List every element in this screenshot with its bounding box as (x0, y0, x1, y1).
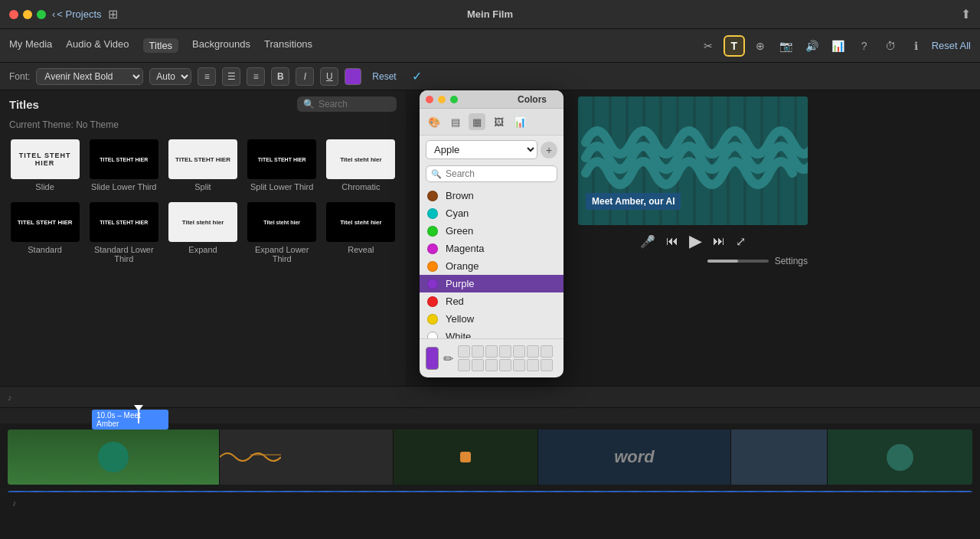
list-item[interactable]: TITEL STEHT HIER Slide (6, 135, 83, 196)
panel-header: Titles 🔍 (0, 90, 406, 118)
add-color-list-button[interactable]: + (541, 142, 557, 158)
preview-text-overlay: Meet Amber, our AI (586, 193, 681, 210)
color-search-input[interactable] (446, 168, 552, 179)
color-crayon-tab[interactable]: 📊 (511, 113, 528, 130)
color-list-item[interactable]: Brown (420, 187, 564, 204)
info-icon[interactable]: ℹ (906, 35, 927, 57)
color-list-item[interactable]: Magenta (420, 240, 564, 257)
size-select[interactable]: Auto (149, 68, 191, 85)
italic-button[interactable]: I (296, 67, 314, 86)
list-item[interactable]: TITEL STEHT HIER Standard Lower Third (85, 198, 162, 268)
title-name: Chromatic (341, 182, 380, 191)
colors-window: Colors 🎨 ▤ ▦ 🖼 📊 Apple + 🔍 BrownCyanGree… (420, 90, 564, 377)
title-thumb: TITEL STEHT HIER (11, 139, 80, 179)
color-name: Magenta (446, 243, 485, 254)
title-thumb: Titel steht hier (326, 139, 395, 179)
list-item[interactable]: Titel steht hier Reveal (322, 198, 400, 268)
color-list-item[interactable]: Yellow (420, 310, 564, 328)
color-list-dropdown[interactable]: Apple (426, 140, 537, 159)
back-button[interactable]: ‹ < Projects (52, 8, 102, 20)
color-list-item[interactable]: White (420, 328, 564, 338)
crop-tool-icon[interactable]: ✂ (697, 35, 719, 57)
color-image-tab[interactable]: 🖼 (490, 113, 507, 130)
colors-fullscreen-button[interactable] (450, 96, 458, 103)
reset-all-button[interactable]: Reset All (932, 40, 971, 51)
titlebar-left: ‹ < Projects ⊞ (9, 7, 118, 21)
filter-icon[interactable]: ⊕ (750, 35, 771, 57)
nav-audio-video[interactable]: Audio & Video (66, 38, 129, 53)
fullscreen-button[interactable] (37, 10, 46, 19)
color-swatch-slot[interactable] (513, 359, 525, 371)
title-thumb: Titel steht hier (326, 202, 395, 242)
color-sliders-tab[interactable]: ▤ (447, 113, 464, 130)
list-item[interactable]: TITEL STEHT HIER Slide Lower Third (85, 135, 162, 196)
color-list-item[interactable]: Orange (420, 257, 564, 275)
color-list-item[interactable]: Cyan (420, 204, 564, 222)
nav-titles[interactable]: Titles (143, 38, 179, 53)
list-item[interactable]: Titel steht hier Expand (164, 198, 241, 268)
bold-button[interactable]: B (271, 67, 289, 86)
volume-icon[interactable]: 🔊 (802, 35, 823, 57)
color-swatch-button[interactable] (345, 68, 361, 85)
confirm-format-button[interactable]: ✓ (407, 67, 426, 85)
share-icon[interactable]: ⬆ (961, 7, 971, 21)
color-swatch-slot[interactable] (527, 359, 539, 371)
chart-icon[interactable]: 📊 (828, 35, 849, 57)
search-input[interactable] (318, 99, 390, 109)
color-swatch-slot[interactable] (541, 359, 553, 371)
color-list-item[interactable]: Green (420, 222, 564, 240)
nav-transitions[interactable]: Transitions (264, 38, 312, 53)
color-dot (427, 208, 438, 219)
align-left-button[interactable]: ≡ (198, 67, 216, 86)
nav-backgrounds[interactable]: Backgrounds (192, 38, 250, 53)
list-item[interactable]: Titel steht hier Chromatic (322, 135, 400, 196)
color-list-item[interactable]: Purple (420, 275, 564, 292)
skip-forward-button[interactable]: ⏭ (713, 234, 725, 248)
color-swatch-slot[interactable] (527, 345, 539, 358)
list-item[interactable]: TITEL STEHT HIER Standard (6, 198, 83, 268)
title-name: Expand (188, 245, 217, 254)
fullscreen-preview-button[interactable]: ⤢ (736, 234, 746, 249)
reset-format-button[interactable]: Reset (368, 70, 400, 83)
color-swatch-slot[interactable] (458, 345, 470, 358)
color-name: Brown (446, 190, 474, 201)
speedometer-icon[interactable]: ⏱ (880, 35, 901, 57)
colors-minimize-button[interactable] (438, 96, 446, 103)
font-select[interactable]: Avenir Next Bold (36, 68, 143, 85)
skip-back-button[interactable]: ⏮ (666, 234, 678, 248)
color-list-tab[interactable]: ▦ (469, 113, 485, 130)
settings-label[interactable]: Settings (775, 256, 808, 266)
color-swatch-slot[interactable] (499, 359, 511, 371)
title-thumb: TITEL STEHT HIER (11, 202, 80, 242)
color-swatch-slot[interactable] (513, 345, 525, 358)
color-swatch-slot[interactable] (541, 345, 553, 358)
align-center-button[interactable]: ☰ (222, 67, 240, 86)
color-swatch-slot[interactable] (499, 345, 511, 358)
list-item[interactable]: TITEL STEHT HIER Split (164, 135, 241, 196)
color-list-item[interactable]: Red (420, 292, 564, 310)
color-dot (427, 314, 438, 325)
eyedropper-button[interactable]: ✏ (443, 351, 453, 366)
help-icon[interactable]: ? (854, 35, 875, 57)
nav-my-media[interactable]: My Media (9, 38, 52, 53)
color-swatch-slot[interactable] (485, 345, 498, 358)
minimize-button[interactable] (23, 10, 32, 19)
grid-icon[interactable]: ⊞ (108, 7, 118, 21)
color-swatch-slot[interactable] (472, 345, 484, 358)
color-wheel-tab[interactable]: 🎨 (426, 113, 443, 130)
close-button[interactable] (9, 10, 18, 19)
text-tool-icon[interactable]: T (724, 35, 745, 57)
align-right-button[interactable]: ≡ (247, 67, 265, 86)
color-swatch-slot[interactable] (458, 359, 470, 371)
list-item[interactable]: TITEL STEHT HIER Split Lower Third (243, 135, 321, 196)
camera-icon[interactable]: 📷 (776, 35, 797, 57)
color-swatch-slot[interactable] (485, 359, 498, 371)
underline-button[interactable]: U (320, 67, 338, 86)
volume-slider[interactable] (707, 260, 769, 263)
play-button[interactable]: ▶ (689, 231, 702, 251)
list-item[interactable]: Titel steht hier Expand Lower Third (243, 198, 321, 268)
microphone-button[interactable]: 🎤 (640, 234, 655, 249)
settings-row: Settings (578, 256, 808, 266)
color-swatch-slot[interactable] (472, 359, 484, 371)
colors-close-button[interactable] (426, 96, 433, 103)
